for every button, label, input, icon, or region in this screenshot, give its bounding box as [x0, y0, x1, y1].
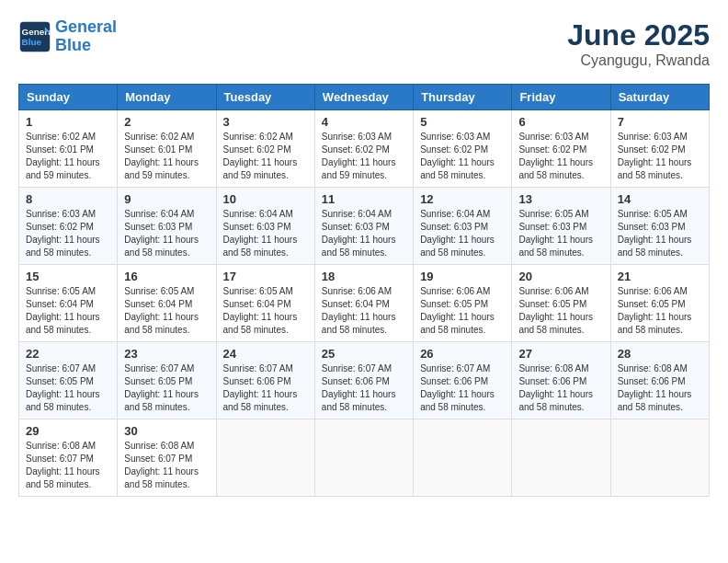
day-info: Sunrise: 6:05 AMSunset: 6:04 PMDaylight:…	[124, 285, 209, 337]
calendar-body: 1Sunrise: 6:02 AMSunset: 6:01 PMDaylight…	[19, 110, 710, 497]
calendar-cell: 1Sunrise: 6:02 AMSunset: 6:01 PMDaylight…	[19, 110, 118, 188]
calendar-cell: 28Sunrise: 6:08 AMSunset: 6:06 PMDayligh…	[610, 342, 709, 419]
day-info: Sunrise: 6:05 AMSunset: 6:03 PMDaylight:…	[518, 208, 603, 259]
day-number: 15	[26, 270, 110, 283]
calendar-week-5: 29Sunrise: 6:08 AMSunset: 6:07 PMDayligh…	[19, 419, 710, 497]
calendar-week-3: 15Sunrise: 6:05 AMSunset: 6:04 PMDayligh…	[19, 265, 710, 342]
calendar-cell: 8Sunrise: 6:03 AMSunset: 6:02 PMDaylight…	[19, 188, 118, 265]
day-info: Sunrise: 6:07 AMSunset: 6:05 PMDaylight:…	[26, 362, 110, 414]
calendar-cell: 4Sunrise: 6:03 AMSunset: 6:02 PMDaylight…	[314, 110, 413, 188]
day-info: Sunrise: 6:03 AMSunset: 6:02 PMDaylight:…	[26, 208, 110, 259]
calendar-cell: 25Sunrise: 6:07 AMSunset: 6:06 PMDayligh…	[314, 342, 413, 419]
calendar-cell: 5Sunrise: 6:03 AMSunset: 6:02 PMDaylight…	[414, 110, 512, 188]
month-title: June 2025	[567, 18, 710, 52]
calendar-cell: 2Sunrise: 6:02 AMSunset: 6:01 PMDaylight…	[118, 110, 216, 188]
calendar-cell: 29Sunrise: 6:08 AMSunset: 6:07 PMDayligh…	[19, 419, 118, 497]
calendar-cell: 24Sunrise: 6:07 AMSunset: 6:06 PMDayligh…	[216, 342, 314, 419]
calendar-cell: 23Sunrise: 6:07 AMSunset: 6:05 PMDayligh…	[118, 342, 216, 419]
header-monday: Monday	[118, 85, 216, 110]
calendar-cell: 11Sunrise: 6:04 AMSunset: 6:03 PMDayligh…	[314, 188, 413, 265]
day-number: 22	[26, 347, 110, 361]
day-number: 28	[618, 347, 702, 361]
day-number: 23	[124, 347, 209, 361]
day-number: 12	[420, 192, 505, 206]
calendar-cell: 27Sunrise: 6:08 AMSunset: 6:06 PMDayligh…	[512, 342, 610, 419]
page-header: General Blue General Blue June 2025 Cyan…	[18, 18, 710, 69]
logo-text: General Blue	[55, 18, 117, 55]
day-number: 4	[322, 115, 406, 129]
day-info: Sunrise: 6:02 AMSunset: 6:01 PMDaylight:…	[26, 131, 110, 182]
day-info: Sunrise: 6:07 AMSunset: 6:06 PMDaylight:…	[420, 362, 505, 414]
day-info: Sunrise: 6:08 AMSunset: 6:06 PMDaylight:…	[518, 362, 603, 414]
day-info: Sunrise: 6:04 AMSunset: 6:03 PMDaylight:…	[223, 208, 308, 259]
calendar-cell: 3Sunrise: 6:02 AMSunset: 6:02 PMDaylight…	[216, 110, 314, 188]
calendar-cell: 10Sunrise: 6:04 AMSunset: 6:03 PMDayligh…	[216, 188, 314, 265]
calendar-cell: 16Sunrise: 6:05 AMSunset: 6:04 PMDayligh…	[118, 265, 216, 342]
calendar-cell	[414, 419, 512, 497]
day-number: 13	[518, 192, 603, 206]
calendar-table: SundayMondayTuesdayWednesdayThursdayFrid…	[18, 84, 710, 497]
calendar-cell: 13Sunrise: 6:05 AMSunset: 6:03 PMDayligh…	[512, 188, 610, 265]
calendar-cell	[610, 419, 709, 497]
logo-icon: General Blue	[18, 20, 51, 53]
header-friday: Friday	[512, 85, 610, 110]
day-info: Sunrise: 6:05 AMSunset: 6:04 PMDaylight:…	[26, 285, 110, 337]
header-saturday: Saturday	[610, 85, 709, 110]
location: Cyangugu, Rwanda	[567, 52, 710, 69]
day-info: Sunrise: 6:05 AMSunset: 6:03 PMDaylight:…	[618, 208, 702, 259]
calendar-cell: 18Sunrise: 6:06 AMSunset: 6:04 PMDayligh…	[314, 265, 413, 342]
calendar-week-2: 8Sunrise: 6:03 AMSunset: 6:02 PMDaylight…	[19, 188, 710, 265]
calendar-cell: 20Sunrise: 6:06 AMSunset: 6:05 PMDayligh…	[512, 265, 610, 342]
day-number: 3	[223, 115, 308, 129]
svg-text:Blue: Blue	[22, 37, 42, 47]
calendar-cell: 12Sunrise: 6:04 AMSunset: 6:03 PMDayligh…	[414, 188, 512, 265]
day-number: 21	[618, 270, 702, 283]
calendar-week-1: 1Sunrise: 6:02 AMSunset: 6:01 PMDaylight…	[19, 110, 710, 188]
day-info: Sunrise: 6:06 AMSunset: 6:04 PMDaylight:…	[322, 285, 406, 337]
title-block: June 2025 Cyangugu, Rwanda	[567, 18, 710, 69]
day-info: Sunrise: 6:06 AMSunset: 6:05 PMDaylight:…	[420, 285, 505, 337]
day-number: 11	[322, 192, 406, 206]
day-info: Sunrise: 6:03 AMSunset: 6:02 PMDaylight:…	[420, 131, 505, 182]
day-info: Sunrise: 6:05 AMSunset: 6:04 PMDaylight:…	[223, 285, 308, 337]
day-number: 10	[223, 192, 308, 206]
svg-text:General: General	[22, 27, 51, 37]
day-info: Sunrise: 6:08 AMSunset: 6:07 PMDaylight:…	[26, 440, 110, 491]
day-number: 17	[223, 270, 308, 283]
day-number: 9	[124, 192, 209, 206]
calendar-cell: 14Sunrise: 6:05 AMSunset: 6:03 PMDayligh…	[610, 188, 709, 265]
calendar-week-4: 22Sunrise: 6:07 AMSunset: 6:05 PMDayligh…	[19, 342, 710, 419]
day-number: 8	[26, 192, 110, 206]
day-info: Sunrise: 6:03 AMSunset: 6:02 PMDaylight:…	[322, 131, 406, 182]
day-info: Sunrise: 6:03 AMSunset: 6:02 PMDaylight:…	[618, 131, 702, 182]
day-number: 16	[124, 270, 209, 283]
day-number: 2	[124, 115, 209, 129]
day-info: Sunrise: 6:06 AMSunset: 6:05 PMDaylight:…	[618, 285, 702, 337]
day-number: 30	[124, 424, 209, 438]
calendar-cell: 17Sunrise: 6:05 AMSunset: 6:04 PMDayligh…	[216, 265, 314, 342]
calendar-cell: 15Sunrise: 6:05 AMSunset: 6:04 PMDayligh…	[19, 265, 118, 342]
day-info: Sunrise: 6:06 AMSunset: 6:05 PMDaylight:…	[518, 285, 603, 337]
day-info: Sunrise: 6:08 AMSunset: 6:07 PMDaylight:…	[124, 440, 209, 491]
calendar-cell	[216, 419, 314, 497]
day-number: 27	[518, 347, 603, 361]
day-number: 18	[322, 270, 406, 283]
day-info: Sunrise: 6:08 AMSunset: 6:06 PMDaylight:…	[618, 362, 702, 414]
day-number: 20	[518, 270, 603, 283]
day-info: Sunrise: 6:02 AMSunset: 6:01 PMDaylight:…	[124, 131, 209, 182]
day-number: 5	[420, 115, 505, 129]
logo: General Blue General Blue	[18, 18, 117, 55]
day-info: Sunrise: 6:07 AMSunset: 6:06 PMDaylight:…	[322, 362, 406, 414]
day-info: Sunrise: 6:03 AMSunset: 6:02 PMDaylight:…	[518, 131, 603, 182]
day-info: Sunrise: 6:07 AMSunset: 6:06 PMDaylight:…	[223, 362, 308, 414]
day-info: Sunrise: 6:04 AMSunset: 6:03 PMDaylight:…	[124, 208, 209, 259]
day-info: Sunrise: 6:02 AMSunset: 6:02 PMDaylight:…	[223, 131, 308, 182]
day-number: 26	[420, 347, 505, 361]
day-number: 1	[26, 115, 110, 129]
day-info: Sunrise: 6:07 AMSunset: 6:05 PMDaylight:…	[124, 362, 209, 414]
calendar-cell: 30Sunrise: 6:08 AMSunset: 6:07 PMDayligh…	[118, 419, 216, 497]
calendar-header-row: SundayMondayTuesdayWednesdayThursdayFrid…	[19, 85, 710, 110]
header-wednesday: Wednesday	[314, 85, 413, 110]
calendar-cell: 21Sunrise: 6:06 AMSunset: 6:05 PMDayligh…	[610, 265, 709, 342]
calendar-cell: 7Sunrise: 6:03 AMSunset: 6:02 PMDaylight…	[610, 110, 709, 188]
